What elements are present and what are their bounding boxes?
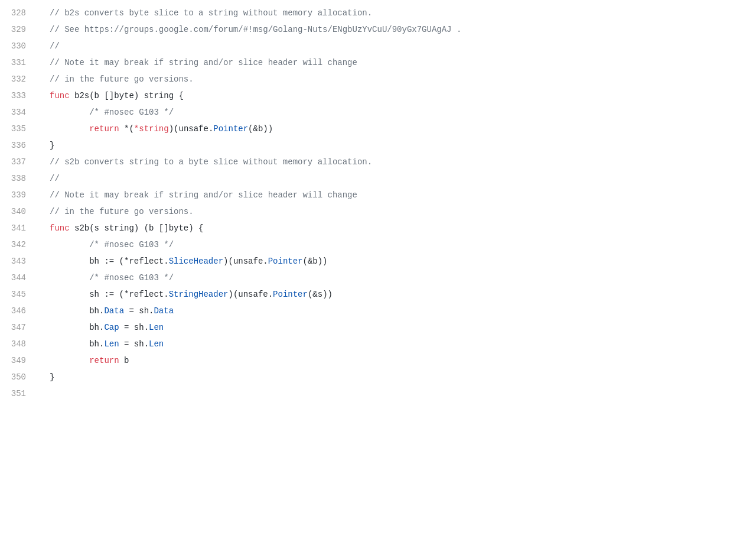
code-line: return *(*string)(unsafe.Pointer(&b)) — [50, 121, 756, 137]
token: return — [89, 356, 119, 365]
token — [50, 356, 89, 365]
code-line: } — [50, 137, 756, 154]
line-number: 345 — [0, 286, 35, 303]
code-content-column: // b2s converts byte slice to a string w… — [35, 0, 756, 558]
line-number: 347 — [0, 319, 35, 336]
code-line: bh.Data = sh.Data — [50, 303, 756, 319]
token: Data — [154, 306, 174, 316]
line-number: 338 — [0, 170, 35, 187]
line-number: 339 — [0, 187, 35, 203]
code-line: /* #nosec G103 */ — [50, 270, 756, 286]
token: b2s(b []byte) string { — [74, 91, 184, 100]
token: b — [119, 356, 129, 365]
token: /* #nosec G103 */ — [50, 108, 174, 117]
line-number: 351 — [0, 385, 35, 402]
token: *reflect. — [124, 257, 169, 266]
token: = sh. — [119, 339, 149, 349]
code-line: /* #nosec G103 */ — [50, 236, 756, 253]
line-number: 335 — [0, 121, 35, 137]
code-line: // in the future go versions. — [50, 71, 756, 87]
line-number: 343 — [0, 253, 35, 270]
line-number: 336 — [0, 137, 35, 154]
token: *( — [119, 124, 134, 134]
token: s2b(s string) (b []byte) { — [74, 223, 203, 233]
token: sh := ( — [50, 290, 124, 299]
token: bh := ( — [50, 257, 124, 266]
token: } — [50, 141, 54, 150]
token: *string — [134, 124, 169, 134]
line-number: 328 — [0, 5, 35, 21]
line-number: 342 — [0, 236, 35, 253]
token: = sh. — [124, 306, 154, 316]
code-line: // See https://groups.google.com/forum/#… — [50, 21, 756, 38]
code-line: // — [50, 170, 756, 187]
line-number: 332 — [0, 71, 35, 87]
token: // in the future go versions. — [50, 207, 194, 216]
token: // in the future go versions. — [50, 74, 194, 84]
token: (&s)) — [308, 290, 333, 299]
code-line: bh.Cap = sh.Len — [50, 319, 756, 336]
token: Len — [149, 323, 164, 332]
token: (&b)) — [303, 257, 328, 266]
token: Data — [104, 306, 124, 316]
token: Pointer — [268, 257, 303, 266]
line-number: 340 — [0, 203, 35, 220]
line-numbers-column: 3283293303313323333343353363373383393403… — [0, 0, 35, 558]
code-line: func b2s(b []byte) string { — [50, 87, 756, 104]
token: )(unsafe. — [223, 257, 268, 266]
token: func — [50, 223, 74, 233]
token: Pointer — [273, 290, 308, 299]
token: Cap — [104, 323, 119, 332]
token: Len — [149, 339, 164, 349]
token: // s2b converts string to a byte slice w… — [50, 157, 372, 167]
line-number: 350 — [0, 369, 35, 385]
line-number: 341 — [0, 220, 35, 236]
token: // — [50, 41, 60, 51]
line-number: 344 — [0, 270, 35, 286]
token: (&b)) — [248, 124, 273, 134]
token: // b2s converts byte slice to a string w… — [50, 8, 372, 18]
token: StringHeader — [169, 290, 229, 299]
code-line: // s2b converts string to a byte slice w… — [50, 154, 756, 170]
line-number: 348 — [0, 336, 35, 352]
code-line: // — [50, 38, 756, 54]
token: // See https://groups.google.com/forum/#… — [50, 25, 461, 34]
token: // Note it may break if string and/or sl… — [50, 190, 357, 200]
token: bh. — [50, 339, 104, 349]
token: // — [50, 174, 60, 183]
line-number: 349 — [0, 352, 35, 369]
code-line: } — [50, 369, 756, 385]
token: } — [50, 372, 54, 382]
code-line: bh := (*reflect.SliceHeader)(unsafe.Poin… — [50, 253, 756, 270]
code-line: // Note it may break if string and/or sl… — [50, 187, 756, 203]
code-line: // in the future go versions. — [50, 203, 756, 220]
token: // Note it may break if string and/or sl… — [50, 58, 357, 67]
code-line: // Note it may break if string and/or sl… — [50, 54, 756, 71]
code-line: bh.Len = sh.Len — [50, 336, 756, 352]
code-viewer: 3283293303313323333343353363373383393403… — [0, 0, 756, 558]
line-number: 337 — [0, 154, 35, 170]
token: bh. — [50, 323, 104, 332]
line-number: 330 — [0, 38, 35, 54]
token: func — [50, 91, 74, 100]
token: return — [89, 124, 119, 134]
token: Pointer — [213, 124, 248, 134]
token: /* #nosec G103 */ — [50, 240, 174, 249]
token: SliceHeader — [169, 257, 223, 266]
token: = sh. — [119, 323, 149, 332]
line-number: 333 — [0, 87, 35, 104]
line-number: 334 — [0, 104, 35, 121]
token: *reflect. — [124, 290, 169, 299]
line-number: 346 — [0, 303, 35, 319]
token: Len — [104, 339, 119, 349]
token — [50, 124, 89, 134]
code-line: func s2b(s string) (b []byte) { — [50, 220, 756, 236]
token: bh. — [50, 306, 104, 316]
token: /* #nosec G103 */ — [50, 273, 174, 283]
token: )(unsafe. — [169, 124, 214, 134]
code-line: // b2s converts byte slice to a string w… — [50, 5, 756, 21]
code-line: return b — [50, 352, 756, 369]
token: )(unsafe. — [228, 290, 273, 299]
line-number: 329 — [0, 21, 35, 38]
line-number: 331 — [0, 54, 35, 71]
